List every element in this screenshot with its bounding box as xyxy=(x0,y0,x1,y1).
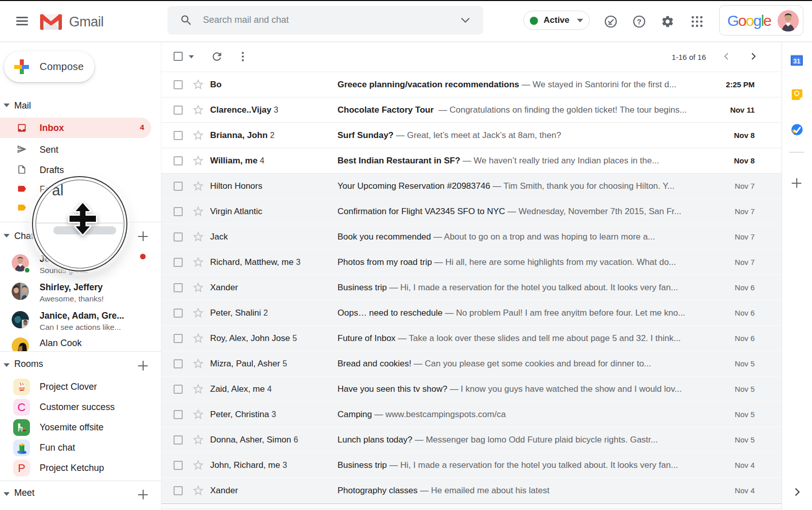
svg-text:31: 31 xyxy=(793,58,800,65)
svg-text:?: ? xyxy=(637,17,641,26)
